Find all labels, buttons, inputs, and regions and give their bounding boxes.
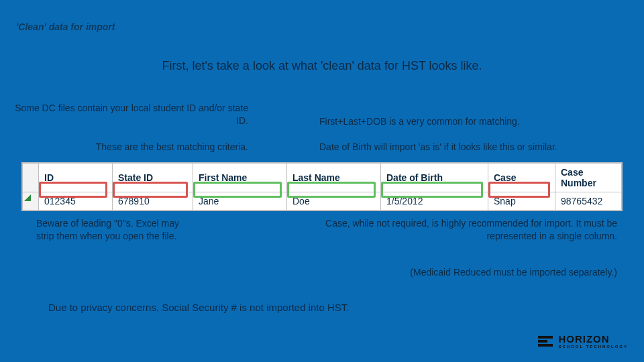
col-state-id: State ID xyxy=(113,164,193,192)
logo-mark-icon xyxy=(538,336,553,347)
annotation-case-column: Case, while not required, is highly reco… xyxy=(302,217,617,243)
cell-last-name: Doe xyxy=(287,192,381,210)
cell-id: 012345 xyxy=(39,192,113,210)
cell-state-id: 678910 xyxy=(113,192,193,210)
annotation-medicaid: (Medicaid Reduced must be imported separ… xyxy=(268,267,617,278)
annotation-dob-as-is: Date of Birth will import 'as is' if it … xyxy=(319,141,641,154)
annotation-id-state: Some DC files contain your local student… xyxy=(13,102,248,127)
excel-triangle-icon xyxy=(24,194,31,201)
annotation-best-match: These are the best matching criteria. xyxy=(13,141,248,154)
annotation-privacy: Due to privacy concerns, Social Security… xyxy=(48,302,350,313)
cell-case: Snap xyxy=(488,192,555,210)
cell-first-name: Jane xyxy=(193,192,287,210)
logo-brand: HORIZON xyxy=(558,333,628,345)
col-last-name: Last Name xyxy=(287,164,381,192)
cell-dob: 1/5/2012 xyxy=(381,192,488,210)
annotation-leading-zeros: Beware of leading "0"s. Excel may strip … xyxy=(36,217,191,243)
col-first-name: First Name xyxy=(193,164,287,192)
col-id: ID xyxy=(39,164,113,192)
example-table: ID State ID First Name Last Name Date of… xyxy=(21,162,623,211)
table-row: 012345 678910 Jane Doe 1/5/2012 Snap 987… xyxy=(23,192,622,210)
horizon-logo: HORIZON SCHOOL TECHNOLOGY xyxy=(538,333,628,349)
slide-intro: First, let's take a look at what 'clean'… xyxy=(0,59,644,73)
slide-title: 'Clean' data for import xyxy=(16,21,115,32)
col-case-number: Case Number xyxy=(555,164,622,192)
rowhead-blank xyxy=(23,164,39,192)
annotation-first-last-dob: First+Last+DOB is a very common for matc… xyxy=(319,115,628,128)
table-header-row: ID State ID First Name Last Name Date of… xyxy=(23,164,622,192)
col-case: Case xyxy=(488,164,555,192)
logo-sub: SCHOOL TECHNOLOGY xyxy=(558,345,628,349)
col-dob: Date of Birth xyxy=(381,164,488,192)
row-indicator xyxy=(23,192,39,210)
cell-case-number: 98765432 xyxy=(555,192,622,210)
